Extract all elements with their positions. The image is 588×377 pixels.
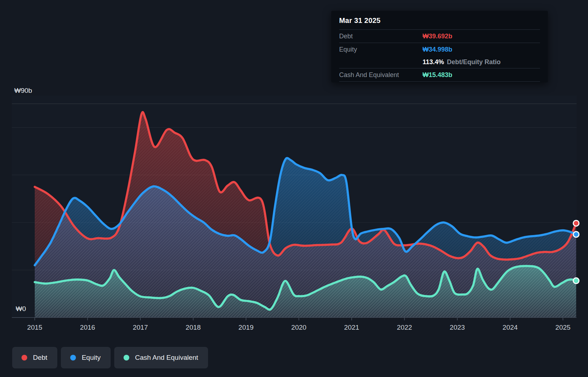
x-axis-label: 2025: [555, 324, 570, 331]
y-axis-label-top: ₩90b: [14, 87, 32, 94]
x-axis-label: 2022: [397, 324, 412, 331]
x-axis-label: 2021: [344, 324, 359, 331]
x-axis-label: 2024: [502, 324, 518, 331]
x-axis-label: 2020: [291, 324, 306, 331]
legend-cash-label: Cash And Equivalent: [135, 354, 198, 362]
x-axis-label: 2019: [238, 324, 254, 331]
legend-debt-label: Debt: [33, 354, 47, 362]
tooltip-debt-value: ₩39.692b: [423, 33, 452, 40]
end-point-marker: [573, 232, 579, 237]
tooltip-debt-label: Debt: [339, 33, 423, 40]
cash-color-dot-icon: [124, 355, 129, 361]
tooltip-row-equity: Equity ₩34.998b: [339, 43, 540, 56]
y-axis-label-zero: ₩0: [16, 305, 26, 312]
x-axis-label: 2015: [27, 324, 42, 331]
tooltip-cash-label: Cash And Equivalent: [339, 71, 423, 79]
chart-legend: Debt Equity Cash And Equivalent: [12, 347, 208, 368]
tooltip-cash-value: ₩15.483b: [423, 71, 452, 79]
chart-page: 2015201620172018201920202021202220232024…: [0, 0, 588, 377]
legend-item-debt[interactable]: Debt: [12, 347, 57, 368]
x-axis-label: 2017: [133, 324, 148, 331]
tooltip-equity-value: ₩34.998b: [423, 46, 452, 53]
legend-item-cash[interactable]: Cash And Equivalent: [114, 347, 208, 368]
debt-color-dot-icon: [21, 355, 27, 361]
x-axis-label: 2023: [450, 324, 465, 331]
tooltip-date: Mar 31 2025: [339, 16, 540, 29]
x-axis: 2015201620172018201920202021202220232024…: [12, 318, 577, 331]
legend-item-equity[interactable]: Equity: [61, 347, 111, 368]
x-axis-label: 2016: [80, 324, 95, 331]
tooltip-equity-label: Equity: [339, 46, 423, 53]
chart-tooltip: Mar 31 2025 Debt ₩39.692b Equity ₩34.998…: [331, 11, 548, 82]
x-axis-label: 2018: [185, 324, 201, 331]
end-point-marker: [573, 220, 579, 226]
tooltip-row-debt: Debt ₩39.692b: [339, 29, 540, 43]
legend-equity-label: Equity: [82, 354, 101, 362]
tooltip-row-cash: Cash And Equivalent ₩15.483b: [339, 68, 540, 82]
end-point-marker: [573, 278, 579, 283]
tooltip-ratio-value: 113.4%: [423, 58, 444, 66]
equity-color-dot-icon: [70, 355, 76, 361]
tooltip-row-ratio: 113.4% Debt/Equity Ratio: [339, 56, 540, 68]
tooltip-ratio-label: Debt/Equity Ratio: [447, 58, 501, 66]
